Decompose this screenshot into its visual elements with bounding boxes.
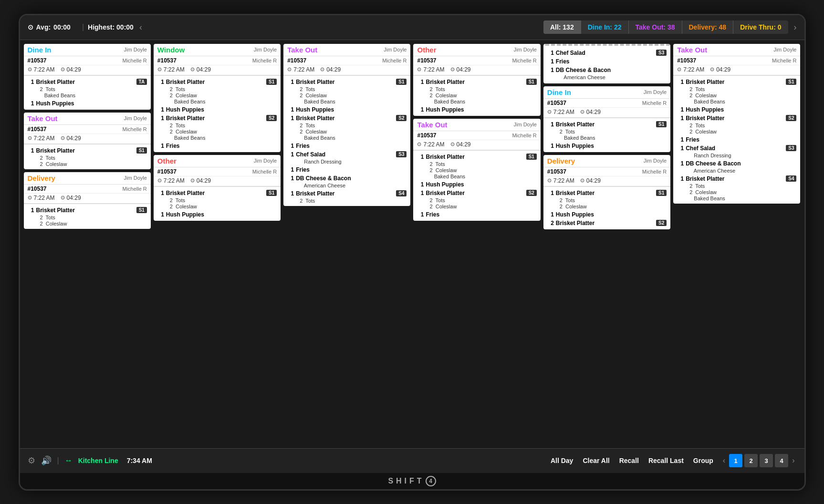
recall-last-button[interactable]: Recall Last xyxy=(648,457,684,464)
device-frame: ⊙ Avg: 00:00 | Highest: 00:00 ‹ All: 132… xyxy=(19,14,806,491)
customer-name: Michelle R xyxy=(772,58,796,63)
order-card-dinein-5[interactable]: Dine In Jim Doyle #10537 Michelle R ⊙7:2… xyxy=(543,86,670,152)
header-avg: ⊙ Avg: 00:00 xyxy=(28,23,71,31)
order-card-delivery-5[interactable]: Delivery Jim Doyle #10537 Michelle R ⊙7:… xyxy=(543,155,670,229)
time-elapsed: 04:29 xyxy=(67,66,81,73)
column-5: 1 Chef Salad S3 1 Fries 1 DB Cheese & Ba… xyxy=(543,44,670,444)
customer-name: Michelle R xyxy=(642,100,667,106)
page-1-button[interactable]: 1 xyxy=(729,454,742,467)
card-type-label: Take Out xyxy=(417,121,447,129)
order-card-receipt[interactable]: 1 Chef Salad S3 1 Fries 1 DB Cheese & Ba… xyxy=(543,44,670,83)
column-1: Dine In Jim Doyle #10537 Michelle R ⊙7:2… xyxy=(24,44,151,444)
order-card-window-1[interactable]: Window Jim Doyle #10537 Michelle R ⊙7:22… xyxy=(154,44,281,152)
volume-icon[interactable]: 🔊 xyxy=(41,455,52,466)
order-number: #10537 xyxy=(28,185,47,192)
card-staff: Jim Doyle xyxy=(124,115,147,121)
all-day-button[interactable]: All Day xyxy=(551,457,573,464)
order-number: #10537 xyxy=(157,168,177,175)
page-prev-button[interactable]: ‹ xyxy=(721,456,727,465)
order-number: #10537 xyxy=(417,57,436,64)
card-staff: Jim Doyle xyxy=(514,47,537,52)
card-type-label: Delivery xyxy=(28,174,55,182)
column-2: Window Jim Doyle #10537 Michelle R ⊙7:22… xyxy=(154,44,281,444)
order-number: #10537 xyxy=(547,100,566,106)
order-number: #10537 xyxy=(287,57,306,64)
nav-left-icon[interactable]: ‹ xyxy=(139,22,142,32)
customer-name: Michelle R xyxy=(122,186,146,192)
order-card-other-1[interactable]: Other Jim Doyle #10537 Michelle R ⊙7:22 … xyxy=(154,155,281,221)
recall-button[interactable]: Recall xyxy=(619,457,639,464)
column-4: Other Jim Doyle #10537 Michelle R ⊙7:22 … xyxy=(413,44,540,444)
stat-takeout: Take Out: 38 xyxy=(629,21,682,34)
customer-name: Michelle R xyxy=(252,169,277,175)
card-staff: Jim Doyle xyxy=(384,47,407,52)
footer-buttons: All Day Clear All Recall Recall Last Gro… xyxy=(551,457,713,464)
nav-right-icon[interactable]: › xyxy=(794,22,797,32)
card-staff: Jim Doyle xyxy=(254,158,277,164)
card-type-label: Take Out xyxy=(287,46,317,54)
order-card-delivery-1[interactable]: Delivery Jim Doyle #10537 Michelle R ⊙7:… xyxy=(24,172,151,229)
customer-name: Michelle R xyxy=(252,58,277,63)
clear-all-button[interactable]: Clear All xyxy=(583,457,609,464)
stat-all: All: 132 xyxy=(543,21,581,34)
card-type-label: Dine In xyxy=(547,88,571,96)
card-type-label: Window xyxy=(157,46,185,54)
brand-name: SHIFT xyxy=(388,477,424,485)
footer-pagination: ‹ 1 2 3 4 › xyxy=(721,454,797,467)
main-content: Dine In Jim Doyle #10537 Michelle R ⊙7:2… xyxy=(20,40,804,448)
page-2-button[interactable]: 2 xyxy=(744,454,758,467)
footer-time: 7:34 AM xyxy=(127,457,152,464)
order-card-dinein-1[interactable]: Dine In Jim Doyle #10537 Michelle R ⊙7:2… xyxy=(24,44,151,110)
header-bar: ⊙ Avg: 00:00 | Highest: 00:00 ‹ All: 132… xyxy=(20,15,804,40)
card-staff: Jim Doyle xyxy=(773,47,796,52)
card-staff: Jim Doyle xyxy=(644,89,667,95)
customer-name: Michelle R xyxy=(512,133,536,138)
card-type-label: Take Out xyxy=(677,46,707,54)
stat-drivethru: Drive Thru: 0 xyxy=(733,21,788,34)
order-card-takeout-4[interactable]: Take Out Jim Doyle #10537 Michelle R ⊙7:… xyxy=(413,119,540,221)
avg-label: Avg: xyxy=(36,23,51,31)
order-number: #10537 xyxy=(157,57,177,64)
card-staff: Jim Doyle xyxy=(124,47,147,52)
customer-name: Michelle R xyxy=(512,58,536,63)
order-number: #10537 xyxy=(417,132,436,139)
order-number: #10537 xyxy=(677,57,696,64)
order-card-takeout-6[interactable]: Take Out Jim Doyle #10537 Michelle R ⊙7:… xyxy=(673,44,800,204)
arrow-left-right-icon: ↔ xyxy=(65,456,73,465)
customer-name: Michelle R xyxy=(382,58,407,63)
stat-dinein: Dine In: 22 xyxy=(581,21,629,34)
order-number: #10537 xyxy=(28,57,47,64)
card-type-label: Delivery xyxy=(547,157,575,165)
page-next-button[interactable]: › xyxy=(790,456,796,465)
column-6: Take Out Jim Doyle #10537 Michelle R ⊙7:… xyxy=(673,44,800,444)
card-staff: Jim Doyle xyxy=(514,122,537,127)
order-number: #10537 xyxy=(28,126,47,133)
order-number: #10537 xyxy=(547,168,566,175)
footer-bar: ⚙ 🔊 | ↔ Kitchen Line 7:34 AM All Day Cle… xyxy=(20,448,804,473)
order-card-other-4[interactable]: Other Jim Doyle #10537 Michelle R ⊙7:22 … xyxy=(413,44,540,116)
customer-name: Michelle R xyxy=(122,126,146,132)
column-3: Take Out Jim Doyle #10537 Michelle R ⊙7:… xyxy=(283,44,410,444)
highest-label: Highest: xyxy=(88,23,115,31)
customer-name: Michelle R xyxy=(642,169,667,175)
order-card-takeout-3[interactable]: Take Out Jim Doyle #10537 Michelle R ⊙7:… xyxy=(283,44,410,206)
card-type-label: Other xyxy=(417,46,436,54)
card-staff: Jim Doyle xyxy=(124,175,147,181)
card-staff: Jim Doyle xyxy=(254,47,277,52)
settings-icon[interactable]: ⚙ xyxy=(28,455,35,466)
clock-icon: ⊙ xyxy=(28,23,33,31)
brand-number: 4 xyxy=(426,476,436,486)
branding-bar: SHIFT 4 xyxy=(20,473,804,489)
header-stats: All: 132 Dine In: 22 Take Out: 38 Delive… xyxy=(543,21,788,34)
page-4-button[interactable]: 4 xyxy=(775,454,788,467)
card-staff: Jim Doyle xyxy=(644,158,667,164)
page-3-button[interactable]: 3 xyxy=(760,454,773,467)
avg-value: 00:00 xyxy=(53,23,71,31)
highest-value: 00:00 xyxy=(116,23,134,31)
order-card-takeout-1[interactable]: Take Out Jim Doyle #10537 Michelle R ⊙7:… xyxy=(24,113,151,169)
time-placed: 7:22 AM xyxy=(34,66,55,73)
customer-name: Michelle R xyxy=(122,58,146,63)
group-button[interactable]: Group xyxy=(693,457,713,464)
card-type-label: Other xyxy=(157,157,177,165)
stat-delivery: Delivery: 48 xyxy=(682,21,734,34)
